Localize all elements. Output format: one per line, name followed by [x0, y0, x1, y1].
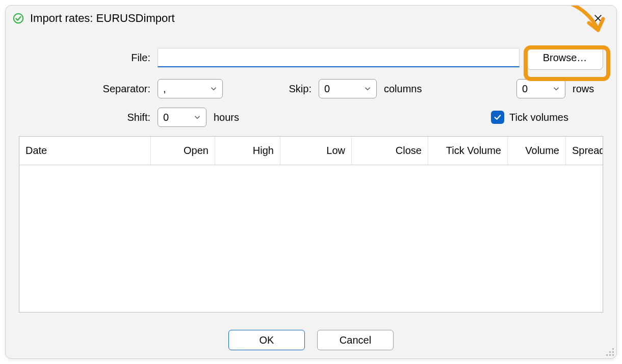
shift-label: Shift:	[19, 112, 150, 123]
chevron-down-icon	[209, 84, 218, 93]
col-date[interactable]: Date	[19, 137, 151, 165]
separator-value: ,	[163, 83, 166, 95]
cancel-button[interactable]: Cancel	[317, 330, 394, 350]
skip-rows-unit: rows	[573, 83, 603, 95]
col-open[interactable]: Open	[151, 137, 215, 165]
resize-grip[interactable]	[605, 347, 615, 357]
shift-value: 0	[163, 112, 169, 123]
skip-label: Skip:	[230, 83, 312, 95]
svg-rect-4	[612, 354, 614, 356]
browse-button[interactable]: Browse…	[527, 45, 603, 70]
col-close[interactable]: Close	[352, 137, 428, 165]
svg-rect-2	[612, 351, 614, 353]
tick-volumes-label: Tick volumes	[509, 112, 568, 123]
dialog-footer: OK Cancel	[6, 330, 616, 350]
ok-button[interactable]: OK	[228, 330, 305, 350]
dialog-window: Import rates: EURUSDimport File: Browse……	[5, 5, 617, 359]
shift-row: Shift: 0 hours Tick volumes	[19, 108, 603, 127]
data-table: Date Open High Low Close Tick Volume Vol…	[19, 136, 603, 313]
title-bar: Import rates: EURUSDimport	[6, 6, 616, 31]
separator-label: Separator:	[19, 83, 150, 95]
skip-rows-select[interactable]: 0	[516, 79, 565, 98]
check-icon	[491, 111, 504, 124]
file-label: File:	[19, 52, 150, 64]
svg-rect-1	[612, 348, 614, 350]
col-low[interactable]: Low	[280, 137, 352, 165]
file-input[interactable]	[158, 48, 520, 67]
svg-rect-6	[606, 354, 608, 356]
svg-rect-5	[609, 354, 611, 356]
separator-select[interactable]: ,	[158, 79, 223, 98]
chevron-down-icon	[193, 113, 202, 122]
skip-rows-value: 0	[522, 83, 528, 95]
table-body-empty	[19, 165, 603, 312]
skip-columns-value: 0	[324, 83, 330, 95]
close-button[interactable]	[587, 9, 609, 28]
table-header-row: Date Open High Low Close Tick Volume Vol…	[19, 137, 603, 165]
tick-volumes-checkbox[interactable]: Tick volumes	[491, 111, 568, 124]
window-title: Import rates: EURUSDimport	[30, 12, 175, 25]
chevron-down-icon	[552, 84, 561, 93]
svg-rect-3	[609, 351, 611, 353]
chevron-down-icon	[363, 84, 372, 93]
col-spread[interactable]: Spread	[566, 137, 603, 165]
skip-columns-unit: columns	[384, 83, 430, 95]
col-high[interactable]: High	[215, 137, 280, 165]
col-volume[interactable]: Volume	[508, 137, 566, 165]
shift-unit: hours	[214, 112, 254, 123]
file-row: File: Browse…	[19, 45, 603, 70]
shift-select[interactable]: 0	[158, 108, 206, 127]
svg-point-0	[14, 14, 23, 23]
separator-skip-row: Separator: , Skip: 0 columns 0	[19, 79, 603, 98]
close-icon	[593, 13, 603, 23]
dialog-body: File: Browse… Separator: , Skip: 0	[6, 31, 616, 313]
skip-columns-select[interactable]: 0	[319, 79, 377, 98]
col-tickvolume[interactable]: Tick Volume	[428, 137, 508, 165]
app-icon	[13, 13, 24, 24]
